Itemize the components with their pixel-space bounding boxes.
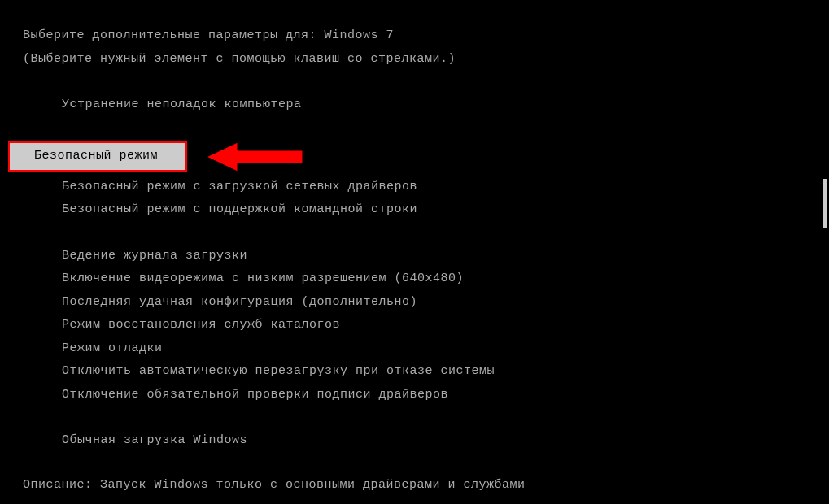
- scrollbar-thumb[interactable]: [823, 179, 827, 228]
- os-name: Windows 7: [325, 28, 395, 42]
- menu-normal-boot[interactable]: Обычная загрузка Windows: [62, 429, 806, 453]
- header-instruction: (Выберите нужный элемент с помощью клави…: [23, 48, 806, 72]
- description-text: Запуск Windows только с основными драйве…: [100, 478, 526, 492]
- title-prefix: Выберите дополнительные параметры для:: [23, 28, 325, 42]
- menu-boot-logging[interactable]: Ведение журнала загрузки: [62, 245, 806, 268]
- arrow-icon: [207, 140, 304, 174]
- menu-low-res-video[interactable]: Включение видеорежима с низким разрешени…: [62, 267, 806, 291]
- menu-safe-mode[interactable]: Безопасный режим: [10, 143, 185, 170]
- menu-disable-auto-restart[interactable]: Отключить автоматическую перезагрузку пр…: [62, 360, 806, 384]
- menu-safe-mode-networking[interactable]: Безопасный режим с загрузкой сетевых дра…: [62, 176, 806, 199]
- svg-marker-0: [207, 142, 303, 172]
- menu-disable-driver-sig[interactable]: Отключение обязательной проверки подписи…: [62, 384, 806, 407]
- menu-debug-mode[interactable]: Режим отладки: [62, 337, 806, 361]
- description-line: Описание: Запуск Windows только с основн…: [23, 474, 806, 497]
- menu-last-known-good[interactable]: Последняя удачная конфигурация (дополнит…: [62, 291, 806, 315]
- menu-safe-mode-cmd[interactable]: Безопасный режим с поддержкой командной …: [62, 198, 806, 222]
- menu-repair-computer[interactable]: Устранение неполадок компьютера: [62, 93, 806, 117]
- header-title: Выберите дополнительные параметры для: W…: [23, 24, 806, 48]
- menu-ds-restore[interactable]: Режим восстановления служб каталогов: [62, 314, 806, 337]
- selected-highlight-box: Безопасный режим: [8, 141, 187, 172]
- description-label: Описание:: [23, 478, 100, 492]
